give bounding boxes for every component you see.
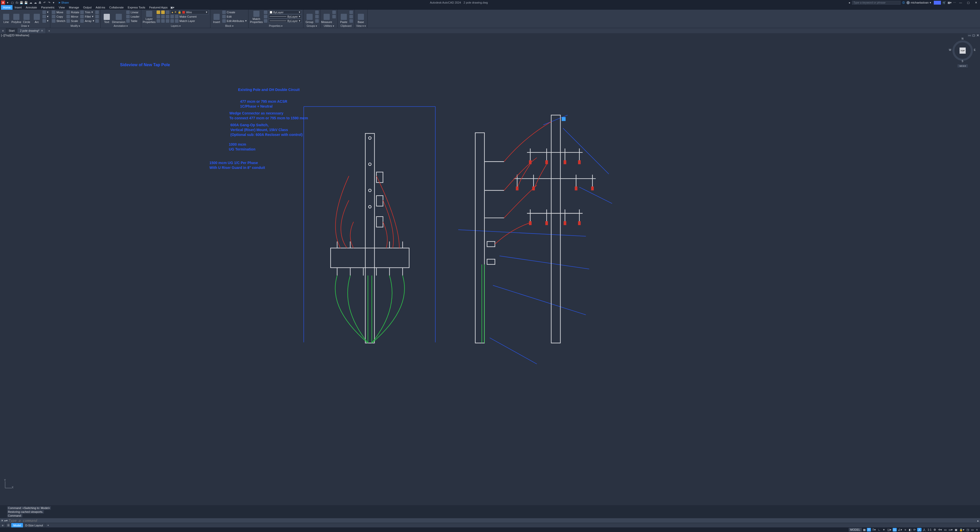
view-cube[interactable]: TOP N S W E WCS ▾ [950, 38, 975, 64]
panel-title-layers[interactable]: Layers ▾ [143, 24, 208, 28]
copyclip-button[interactable] [349, 14, 353, 18]
arc-button[interactable]: Arc [32, 10, 41, 24]
paste-button[interactable]: Paste [339, 10, 348, 24]
layer-dropdown[interactable]: ● ☀ 🔒 Wire ▾ [170, 10, 208, 14]
layout-hamburger-icon[interactable]: ≡ [0, 523, 6, 527]
group-misc-3[interactable] [315, 19, 319, 23]
open-icon[interactable]: 🗀 [15, 0, 19, 5]
undo-icon[interactable]: ↶ [42, 0, 46, 5]
util-misc-1[interactable] [332, 10, 336, 14]
status-locked-icon[interactable]: 🔒▾ [959, 528, 965, 532]
match-layer-button[interactable]: Match Layer [180, 19, 195, 22]
tab-featured[interactable]: Featured Apps [147, 5, 170, 10]
circle-button[interactable]: Circle [22, 10, 31, 24]
command-chevron-icon[interactable]: ▸▾ [4, 519, 8, 522]
viewcube-wcs[interactable]: WCS ▾ [958, 64, 968, 67]
layer-state-icon[interactable] [157, 11, 160, 14]
panel-title-annotation[interactable]: Annotation ▾ [102, 24, 140, 28]
table-button[interactable]: Table [126, 19, 140, 23]
status-clean-icon[interactable]: ▭ [970, 528, 974, 532]
draw-flyout-2[interactable]: ▾ [42, 14, 49, 18]
window-close-button[interactable]: ✕ [973, 0, 979, 5]
color-dropdown[interactable]: ByLayer▾ [269, 10, 302, 14]
drawing-viewport[interactable]: [–][Top][2D Wireframe] — ▢ ✕ [0, 33, 980, 505]
status-iso-icon[interactable]: ◲▾ [886, 528, 892, 532]
status-model-button[interactable]: MODEL [849, 528, 862, 532]
draw-flyout-3[interactable]: ▾ [42, 19, 49, 23]
panel-title-utilities[interactable]: Utilities ▾ [322, 24, 336, 28]
group-misc-1[interactable] [315, 10, 319, 14]
viewcube-top-face[interactable]: TOP [959, 48, 966, 54]
redo-icon[interactable]: ↷ [47, 0, 51, 5]
tab-express[interactable]: Express Tools [126, 5, 147, 10]
caret-icon[interactable]: ▾ [6, 0, 10, 5]
layer-freeze-icon[interactable] [161, 11, 165, 14]
layout-list-icon[interactable]: ☰ [6, 523, 11, 527]
user-menu[interactable]: michaelasloan ▾ [907, 1, 931, 4]
layer-tool-icon-3[interactable] [166, 15, 169, 18]
make-current-button[interactable]: Make Current [180, 15, 197, 18]
linetype-dropdown[interactable]: ByLayer▾ [269, 19, 302, 23]
status-annoscale[interactable]: 1:1 [927, 528, 932, 532]
draw-flyout-1[interactable]: ▾ [42, 10, 49, 14]
tab-parametric[interactable]: Parametric [39, 5, 57, 10]
edit-block-button[interactable]: Edit [222, 14, 247, 18]
new-tab-button[interactable]: ＋ [46, 28, 52, 33]
status-gear-icon[interactable]: ⚙ [933, 528, 937, 532]
panel-title-block[interactable]: Block ▾ [212, 24, 247, 28]
plot-icon[interactable]: 🖶 [38, 0, 42, 5]
drawing-canvas[interactable] [0, 33, 980, 433]
layer-tool-icon-1[interactable] [157, 15, 160, 18]
stretch-button[interactable]: Stretch [52, 19, 65, 23]
layer-tool-icon-8[interactable] [170, 19, 174, 23]
layer-tool-icon-5[interactable] [157, 19, 160, 23]
modify-misc-2[interactable] [95, 14, 99, 18]
layout-tab-model[interactable]: Model [11, 523, 23, 527]
status-cycle-icon[interactable]: ⟳ [913, 528, 917, 532]
saveas-icon[interactable]: 💾 [24, 0, 28, 5]
new-icon[interactable]: ▢ [10, 0, 14, 5]
share-button[interactable]: ➤ Share [58, 1, 69, 4]
modify-misc-1[interactable] [95, 10, 99, 14]
make-current-icon[interactable] [175, 15, 178, 18]
viewcube-w[interactable]: W [949, 49, 951, 51]
clip-misc[interactable] [349, 19, 353, 23]
command-input[interactable] [8, 518, 976, 522]
add-layout-button[interactable]: ＋ [45, 523, 51, 527]
match-layer-icon[interactable] [175, 19, 178, 23]
viewcube-e[interactable]: E [974, 49, 976, 51]
trial-badge[interactable] [934, 1, 941, 5]
file-tab-start[interactable]: Start [6, 28, 18, 33]
signin-icon[interactable]: Ⓠ [902, 1, 905, 5]
file-tab-document[interactable]: 2 pole drawing* ✕ [18, 28, 46, 33]
linear-button[interactable]: Linear [126, 10, 140, 14]
status-qp-icon[interactable]: ▣ [954, 528, 958, 532]
array-button[interactable]: Array▾ [80, 19, 94, 23]
text-button[interactable]: Text [102, 10, 111, 24]
scale-button[interactable]: Scale [67, 19, 79, 23]
status-osnap-icon[interactable]: ◻ [892, 528, 897, 532]
polyline-button[interactable]: Polyline [12, 10, 21, 24]
viewcube-s[interactable]: S [962, 60, 963, 63]
layer-tool-icon-6[interactable] [161, 19, 165, 23]
cart-icon[interactable]: 🛒 [942, 1, 946, 4]
qat-caret-icon[interactable]: ▾ [52, 0, 56, 5]
layer-tool-icon-4[interactable] [170, 15, 174, 18]
lineweight-icon[interactable] [264, 15, 267, 18]
group-misc-2[interactable] [315, 14, 319, 18]
panel-title-groups[interactable]: Groups ▾ [305, 24, 319, 28]
line-button[interactable]: Line [2, 10, 11, 24]
search-input[interactable]: Type a keyword or phrase [852, 1, 900, 5]
tab-output[interactable]: Output [81, 5, 94, 10]
util-misc-2[interactable] [332, 14, 336, 18]
status-graphics-icon[interactable]: ◳ [966, 528, 970, 532]
layer-tool-icon-2[interactable] [161, 15, 165, 18]
window-maximize-button[interactable]: ▢ [965, 0, 971, 5]
dimension-button[interactable]: Dimension [112, 10, 125, 24]
app-menu-button[interactable]: A [1, 0, 5, 5]
command-expand-icon[interactable]: ▴ [976, 519, 980, 522]
panel-title-modify[interactable]: Modify ▾ [52, 24, 99, 28]
tab-collaborate[interactable]: Collaborate [107, 5, 126, 10]
fillet-button[interactable]: Fillet▾ [80, 14, 94, 18]
viewcube-n[interactable]: N [962, 37, 963, 40]
